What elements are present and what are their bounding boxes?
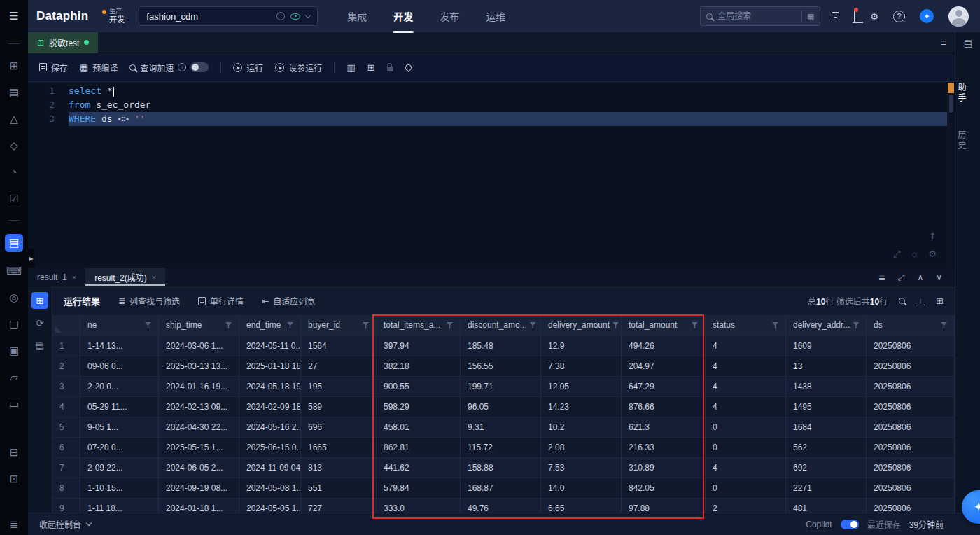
table-cell[interactable]: 20250806 <box>867 397 955 417</box>
table-cell[interactable]: 185.48 <box>461 336 541 356</box>
table-cell[interactable]: 9-05 1... <box>80 417 159 438</box>
column-filter-button[interactable]: ≣ 列查找与筛选 <box>118 295 180 307</box>
table-cell[interactable]: 310.89 <box>622 458 706 478</box>
table-cell[interactable]: 813 <box>301 458 377 478</box>
table-cell[interactable]: 2024-11-09 04... <box>239 458 301 478</box>
filter-icon[interactable] <box>363 322 369 328</box>
main-menu-icon[interactable]: ☰ <box>0 7 28 25</box>
table-cell[interactable]: 862.81 <box>377 438 461 458</box>
column-header[interactable]: buyer_id <box>301 315 377 336</box>
table-cell[interactable]: 2024-04-30 22... <box>159 417 239 438</box>
table-cell[interactable]: 20250806 <box>867 336 955 356</box>
filter-icon[interactable] <box>287 322 293 328</box>
column-header[interactable]: total_items_a... <box>377 315 461 336</box>
nav-item-3[interactable]: 运维 <box>486 9 505 23</box>
table-cell[interactable]: 621.3 <box>622 417 706 438</box>
table-cell[interactable]: 7.38 <box>541 356 622 377</box>
table-row[interactable]: 607-20 0...2025-05-15 1...2025-06-15 0..… <box>52 438 955 458</box>
model-icon[interactable]: ◇ <box>5 137 23 153</box>
table-cell[interactable]: 1665 <box>301 438 377 458</box>
row-detail-button[interactable]: 单行详情 <box>198 295 244 307</box>
table-cell[interactable]: 2.08 <box>541 438 622 458</box>
table-cell[interactable]: 05-29 11... <box>80 397 159 417</box>
file-tab-active[interactable]: ⊞ 脱敏test <box>28 32 98 53</box>
table-cell[interactable]: 1-14 13... <box>80 336 159 356</box>
folder-icon[interactable]: ▱ <box>5 369 23 385</box>
schedule-view-icon[interactable]: ▤ <box>31 337 48 354</box>
select-all-cell[interactable] <box>52 315 80 336</box>
compass-icon[interactable]: ◎ <box>5 289 23 305</box>
table-cell[interactable]: 1564 <box>301 336 377 356</box>
table-cell[interactable]: 692 <box>786 458 867 478</box>
env-switch[interactable]: 生产 开发 <box>99 8 127 24</box>
table-cell[interactable]: 494.26 <box>622 336 706 356</box>
filter-icon[interactable] <box>941 322 947 328</box>
table-cell[interactable]: 115.72 <box>461 438 541 458</box>
history-tab[interactable]: 历史 <box>955 130 980 151</box>
table-cell[interactable]: 2-20 0... <box>80 377 159 397</box>
table-cell[interactable]: 216.33 <box>622 438 706 458</box>
table-cell[interactable]: 2024-01-18 1... <box>159 499 239 513</box>
column-header[interactable]: discount_amo... <box>461 315 541 336</box>
tools-icon[interactable]: ⚙ <box>870 11 878 22</box>
filter-icon[interactable] <box>692 322 698 328</box>
close-icon[interactable]: × <box>152 273 156 282</box>
resource-icon[interactable]: ▢ <box>5 316 23 332</box>
row-number-cell[interactable]: 3 <box>52 377 80 397</box>
export-icon[interactable]: ↓ <box>916 297 925 305</box>
table-cell[interactable]: 2271 <box>786 478 867 499</box>
table-cell[interactable]: 09-06 0... <box>80 356 159 377</box>
table-row[interactable]: 32-20 0...2024-01-16 19...2024-05-18 19.… <box>52 377 955 397</box>
collapse-console-button[interactable]: 收起控制台 <box>39 518 91 530</box>
global-search[interactable]: ▦ <box>700 6 820 26</box>
table-cell[interactable]: 2024-06-05 2... <box>159 458 239 478</box>
query-accel-group[interactable]: 查询加速 i <box>130 62 209 74</box>
table-cell[interactable]: 20250806 <box>867 478 955 499</box>
analytics-icon[interactable]: ◔ <box>5 164 23 180</box>
code-line[interactable]: 1select * <box>28 84 955 98</box>
table-cell[interactable]: 0 <box>706 478 786 499</box>
table-cell[interactable]: 382.18 <box>377 356 461 377</box>
run-button[interactable]: 运行 <box>233 62 263 74</box>
table-row[interactable]: 11-14 13...2024-03-06 1...2024-05-11 0..… <box>52 336 955 356</box>
table-cell[interactable]: 13 <box>786 356 867 377</box>
panel-collapse-handle[interactable]: ▶ <box>28 249 34 268</box>
dataphin-logo[interactable]: Dataphin <box>36 9 88 23</box>
table-cell[interactable]: 20250806 <box>867 356 955 377</box>
notifications-button[interactable] <box>854 10 855 22</box>
row-number-cell[interactable]: 6 <box>52 438 80 458</box>
precompile-button[interactable]: ▦ 预编译 <box>80 62 118 74</box>
table-cell[interactable]: 6.65 <box>541 499 622 513</box>
table-row[interactable]: 91-11 18...2024-01-18 1...2024-05-05 1..… <box>52 499 955 513</box>
table-cell[interactable]: 458.01 <box>377 417 461 438</box>
theme-icon[interactable]: ☼ <box>910 249 918 260</box>
column-header[interactable]: delivery_addr... <box>786 315 867 336</box>
table-cell[interactable]: 1609 <box>786 336 867 356</box>
table-cell[interactable]: 876.66 <box>622 397 706 417</box>
table-cell[interactable]: 204.97 <box>622 356 706 377</box>
query-accel-toggle[interactable] <box>190 62 209 72</box>
nav-item-2[interactable]: 发布 <box>440 9 459 23</box>
filter-icon[interactable] <box>145 322 151 328</box>
table-cell[interactable]: 0 <box>706 417 786 438</box>
table-cell[interactable]: 2 <box>706 499 786 513</box>
table-cell[interactable]: 20250806 <box>867 499 955 513</box>
table-cell[interactable]: 14.23 <box>541 397 622 417</box>
close-icon[interactable]: × <box>72 273 76 282</box>
table-cell[interactable]: 4 <box>706 356 786 377</box>
table-cell[interactable]: 07-20 0... <box>80 438 159 458</box>
table-cell[interactable]: 1-10 15... <box>80 478 159 499</box>
row-number-cell[interactable]: 7 <box>52 458 80 478</box>
filter-icon[interactable] <box>530 322 536 328</box>
result-tab-1[interactable]: result_2(成功)× <box>85 268 165 286</box>
table-cell[interactable]: 2024-02-13 09... <box>159 397 239 417</box>
terminal-icon[interactable]: ⌨ <box>5 263 23 279</box>
result-tab-0[interactable]: result_1× <box>28 268 85 286</box>
assistant-tab[interactable]: 助手 <box>955 83 980 104</box>
table-cell[interactable]: 1-11 18... <box>80 499 159 513</box>
grid-view-icon[interactable]: ⊞ <box>31 292 48 309</box>
table-cell[interactable]: 589 <box>301 397 377 417</box>
project-info-icon[interactable]: i <box>276 12 285 20</box>
table-cell[interactable]: 647.29 <box>622 377 706 397</box>
alert-icon[interactable]: △ <box>5 111 23 127</box>
